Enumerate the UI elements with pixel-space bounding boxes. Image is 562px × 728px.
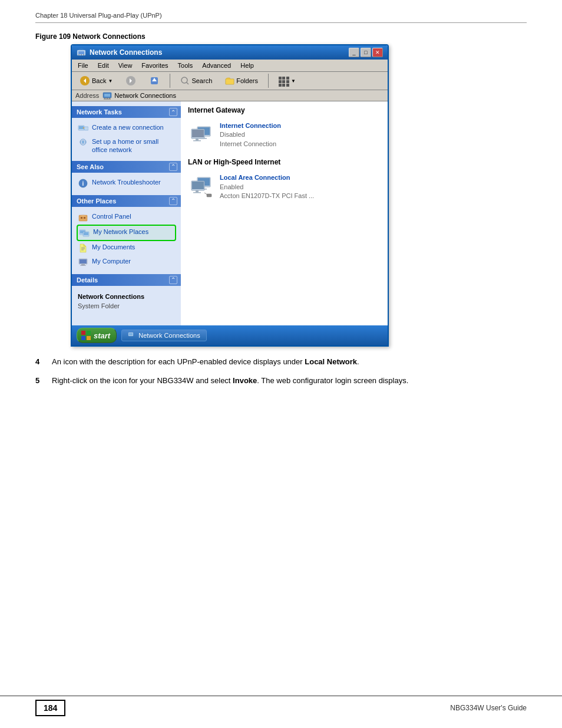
see-also-collapse[interactable]: ⌃ [169, 163, 177, 171]
my-documents-item[interactable]: My Documents [77, 241, 176, 255]
back-button[interactable]: Back ▼ [75, 74, 117, 88]
my-computer-icon [78, 257, 88, 268]
see-also-header: See Also ⌃ [72, 161, 181, 173]
svg-rect-21 [79, 126, 84, 129]
see-also-title: See Also [77, 163, 104, 170]
see-also-items: i Network Troubleshooter [72, 175, 181, 192]
svg-rect-22 [84, 127, 88, 130]
local-area-connection-name: Local Area Connection [220, 173, 314, 182]
network-connections-window: Network Connections _ □ ✕ File Edit View… [71, 44, 389, 347]
back-arrow: ▼ [108, 78, 113, 84]
start-button[interactable]: start [77, 328, 117, 343]
details-content-title: Network Connections [78, 292, 175, 302]
svg-rect-15 [104, 94, 110, 97]
body-text-item-5: 5 Right-click on the icon for your NBG33… [35, 375, 527, 387]
internet-connection-info: Internet Connection Disabled Internet Co… [220, 121, 281, 149]
svg-rect-64 [87, 336, 91, 340]
menu-edit[interactable]: Edit [94, 61, 113, 70]
search-button[interactable]: Search [176, 74, 216, 87]
close-button[interactable]: ✕ [372, 48, 383, 57]
maximize-button[interactable]: □ [361, 48, 371, 57]
troubleshooter-item[interactable]: i Network Troubleshooter [77, 176, 176, 190]
other-places-header: Other Places ⌃ [72, 195, 181, 207]
address-bar: Address Network Connections [72, 90, 388, 101]
svg-rect-58 [193, 192, 201, 193]
svg-rect-42 [80, 265, 86, 266]
page-footer: 184 NBG334W User's Guide [0, 696, 562, 716]
view-dropdown-arrow: ▼ [291, 78, 296, 84]
footer-product-name: NBG334W User's Guide [450, 704, 527, 712]
network-tasks-title: Network Tasks [77, 108, 122, 116]
chapter-header: Chapter 18 Universal Plug-and-Play (UPnP… [35, 12, 527, 23]
menu-favorites[interactable]: Favorites [138, 61, 171, 70]
menu-tools[interactable]: Tools [174, 61, 197, 70]
svg-rect-48 [192, 130, 204, 137]
svg-rect-61 [81, 331, 85, 335]
svg-point-25 [82, 141, 84, 143]
folders-button[interactable]: Folders [221, 75, 262, 87]
up-button[interactable] [145, 74, 164, 88]
network-tasks-header: Network Tasks ⌃ [72, 106, 181, 118]
local-area-connection-icon [190, 175, 214, 199]
search-label: Search [191, 77, 212, 84]
forward-button[interactable] [121, 74, 140, 88]
window-content: Network Tasks ⌃ [72, 101, 388, 325]
my-network-places-label: My Network Places [93, 228, 148, 236]
item-number-4: 4 [35, 356, 45, 368]
svg-rect-49 [196, 139, 199, 140]
menu-view[interactable]: View [115, 61, 136, 70]
setup-home-network-item[interactable]: Set up a home or small office network [77, 136, 176, 156]
my-documents-icon [78, 243, 88, 253]
left-panel: Network Tasks ⌃ [72, 101, 181, 325]
details-collapse[interactable]: ⌃ [169, 276, 177, 284]
back-label: Back [92, 77, 106, 84]
svg-point-3 [81, 54, 82, 55]
troubleshooter-label: Network Troubleshooter [92, 178, 161, 186]
svg-rect-40 [80, 259, 87, 263]
svg-rect-62 [87, 331, 91, 335]
view-button[interactable]: ▼ [275, 75, 300, 87]
my-documents-label: My Documents [92, 243, 135, 251]
details-section: Details ⌃ Network Connections System Fol… [72, 274, 181, 315]
network-tasks-items: Create a new connection [72, 120, 181, 157]
my-network-places-icon [79, 228, 90, 238]
network-tasks-collapse[interactable]: ⌃ [169, 108, 177, 116]
my-computer-label: My Computer [92, 257, 131, 265]
internet-connection-item[interactable]: Internet Connection Disabled Internet Co… [188, 119, 381, 151]
my-network-places-item[interactable]: My Network Places [77, 225, 176, 241]
taskbar-network-connections-btn[interactable]: Network Connections [121, 330, 207, 341]
address-value[interactable]: Network Connections [103, 91, 176, 100]
minimize-button[interactable]: _ [349, 48, 359, 57]
other-places-collapse[interactable]: ⌃ [169, 197, 177, 205]
taskbar-network-icon [128, 332, 136, 339]
toolbar-separator-2 [268, 74, 269, 88]
setup-network-icon [78, 137, 88, 148]
figure-label: Figure 109 Network Connections [35, 32, 527, 41]
control-panel-item[interactable]: Control Panel [77, 210, 176, 225]
menu-help[interactable]: Help [237, 61, 257, 70]
svg-rect-63 [81, 336, 85, 340]
taskbar: start Network Connections [72, 325, 388, 345]
details-header: Details ⌃ [72, 274, 181, 286]
my-computer-item[interactable]: My Computer [77, 255, 176, 269]
create-connection-item[interactable]: Create a new connection [77, 121, 176, 136]
local-area-connection-item[interactable]: Local Area Connection Enabled Accton EN1… [188, 171, 381, 203]
create-connection-label: Create a new connection [92, 123, 164, 131]
internet-connection-name: Internet Connection [220, 121, 281, 130]
svg-text:i: i [82, 180, 84, 187]
control-panel-icon [78, 212, 88, 223]
local-area-connection-status: Enabled [220, 183, 314, 192]
start-label: start [94, 331, 110, 340]
local-area-connection-detail: Accton EN1207D-TX PCI Fast ... [220, 192, 314, 200]
other-places-items: Control Panel [72, 209, 181, 271]
toolbar: Back ▼ Search [72, 72, 388, 90]
item-text-5: Right-click on the icon for your NBG334W… [52, 375, 527, 387]
menu-advanced[interactable]: Advanced [199, 61, 234, 70]
menu-file[interactable]: File [74, 61, 92, 70]
svg-point-4 [83, 54, 84, 55]
details-title: Details [77, 276, 98, 284]
network-tasks-section: Network Tasks ⌃ [72, 106, 181, 157]
window-controls[interactable]: _ □ ✕ [349, 48, 383, 57]
view-icon [279, 77, 289, 85]
back-icon [80, 75, 90, 86]
